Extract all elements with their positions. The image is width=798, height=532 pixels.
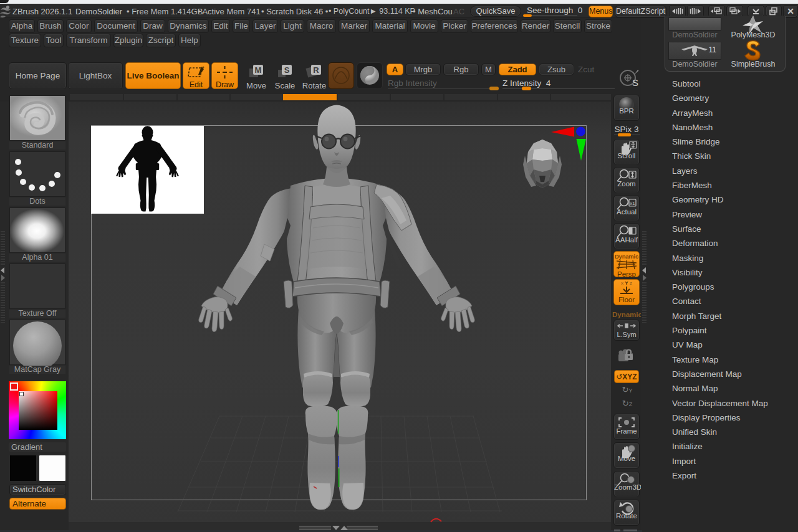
svg-text:S: S	[632, 77, 638, 88]
svg-text:11: 11	[709, 45, 717, 54]
svg-text:M: M	[255, 65, 262, 75]
svg-text:x1: x1	[630, 201, 635, 206]
svg-text:R: R	[313, 65, 319, 75]
svg-text:S: S	[284, 65, 290, 75]
